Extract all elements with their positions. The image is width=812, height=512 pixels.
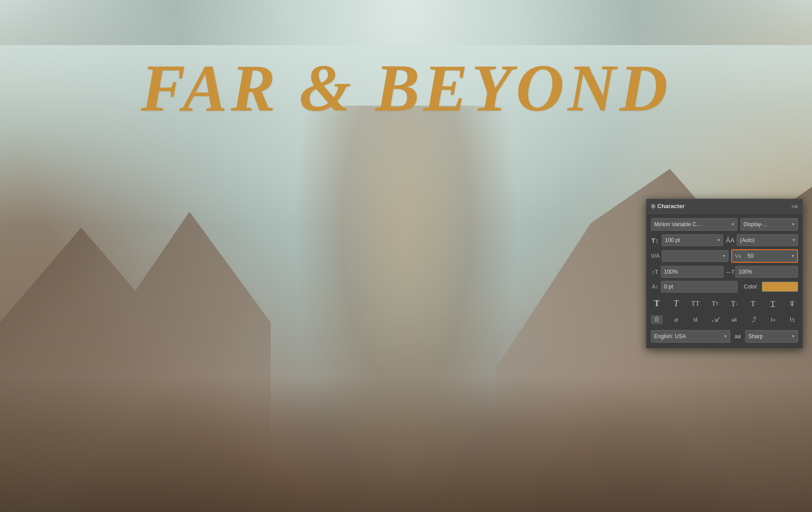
language-aa-row: English: USA English: UK French German ▼… <box>651 330 798 343</box>
typo-buttons-row1: T T TT TT T+ T- T T <box>651 297 798 310</box>
scale-row: ↕T ↔T <box>651 266 798 278</box>
svg-text:VA: VA <box>735 253 742 259</box>
panel-title: Character <box>657 203 791 209</box>
panel-close-button[interactable] <box>651 204 655 209</box>
font-family-row: Minion Variable C... Minion Pro Minion 3… <box>651 218 798 231</box>
panel-content: Minion Variable C... Minion Pro Minion 3… <box>646 214 803 348</box>
font-style-container[interactable]: Display-... Regular Italic Bold ▼ <box>740 218 798 231</box>
color-label: Color: <box>744 284 758 290</box>
italic-button[interactable]: T <box>670 298 682 309</box>
font-family-select[interactable]: Minion Variable C... Minion Pro Minion 3 <box>651 218 738 231</box>
character-panel: Character » ≡ Minion Variable C... Minio… <box>646 199 803 349</box>
kerning-select[interactable]: Metrics Optical 0 <box>662 250 729 262</box>
all-caps-button[interactable]: TT <box>689 299 701 308</box>
person-area <box>293 106 519 512</box>
bold-button[interactable]: T <box>651 298 663 309</box>
baseline-icon: A↕ <box>651 284 659 290</box>
collapse-icon[interactable]: » <box>791 203 794 209</box>
titling-button[interactable]: aā <box>728 315 740 324</box>
tracking-select[interactable]: 50 0 25 100 <box>746 250 797 262</box>
underline-button[interactable]: T <box>767 299 779 309</box>
typo-buttons-row2: fi σ st 𝒜 aā ℐ 1st ½ <box>651 314 798 326</box>
vert-scale-input[interactable] <box>661 266 724 278</box>
small-caps-button[interactable]: TT <box>709 299 721 308</box>
horiz-scale-icon: ↔T <box>725 269 734 275</box>
superscript-button[interactable]: T+ <box>729 299 740 309</box>
antialiasing-container[interactable]: Sharp Crisp Strong Smooth None ▼ <box>745 330 798 343</box>
horiz-scale-input[interactable] <box>735 266 798 278</box>
language-container[interactable]: English: USA English: UK French German ▼ <box>651 330 730 343</box>
tracking-container[interactable]: VA 50 0 25 100 ▼ <box>731 249 798 263</box>
kerning-tracking-row: V/A Metrics Optical 0 ▼ VA <box>651 249 798 263</box>
font-size-container[interactable]: 100 pt 72 pt 48 pt ▼ <box>662 234 723 246</box>
swash-button[interactable]: 𝒜 <box>709 315 721 325</box>
panel-titlebar: Character » ≡ <box>646 199 803 214</box>
subscript-button[interactable]: T- <box>748 299 760 309</box>
fraction-button[interactable]: ½ <box>786 315 798 325</box>
baseline-color-row: A↕ Color: <box>651 281 798 293</box>
line-spacing-select[interactable]: (Auto) 100 pt 120 pt <box>737 234 798 246</box>
tracking-va-icon: VA <box>732 250 746 262</box>
antialiasing-select[interactable]: Sharp Crisp Strong Smooth None <box>745 330 798 343</box>
oldstyle-button[interactable]: σ <box>670 315 682 325</box>
ornament-button[interactable]: ℐ <box>747 315 759 325</box>
font-size-select[interactable]: 100 pt 72 pt 48 pt <box>662 234 723 246</box>
panel-menu-icon[interactable]: ≡ <box>794 203 798 210</box>
baseline-input[interactable] <box>661 281 738 293</box>
font-size-icon: T↕ <box>651 237 659 244</box>
stylistic-button[interactable]: st <box>690 315 701 324</box>
language-select[interactable]: English: USA English: UK French German <box>651 330 730 343</box>
font-style-select[interactable]: Display-... Regular Italic Bold <box>740 218 798 231</box>
strikethrough-button[interactable]: T <box>786 299 798 309</box>
color-swatch[interactable] <box>762 282 798 292</box>
aa-label: aa <box>733 333 743 340</box>
baseline-container[interactable] <box>661 281 738 293</box>
vert-scale-icon: ↕T <box>651 269 659 275</box>
panel-close-area <box>651 204 655 209</box>
horiz-scale-container[interactable] <box>735 266 798 278</box>
line-spacing-container[interactable]: (Auto) 100 pt 120 pt ▼ <box>737 234 798 246</box>
font-family-container[interactable]: Minion Variable C... Minion Pro Minion 3… <box>651 218 738 231</box>
line-spacing-icon: A̋A <box>726 237 734 244</box>
vert-scale-container[interactable] <box>661 266 724 278</box>
ligature-button[interactable]: fi <box>651 315 663 324</box>
kerning-container[interactable]: Metrics Optical 0 ▼ <box>662 250 729 262</box>
kerning-icon: V/A <box>651 253 659 259</box>
ordinal-button[interactable]: 1st <box>767 315 779 324</box>
canvas-text[interactable]: FAR & BEYOND <box>0 50 812 126</box>
size-leading-row: T↕ 100 pt 72 pt 48 pt ▼ A̋A (Auto) 100 p… <box>651 234 798 246</box>
